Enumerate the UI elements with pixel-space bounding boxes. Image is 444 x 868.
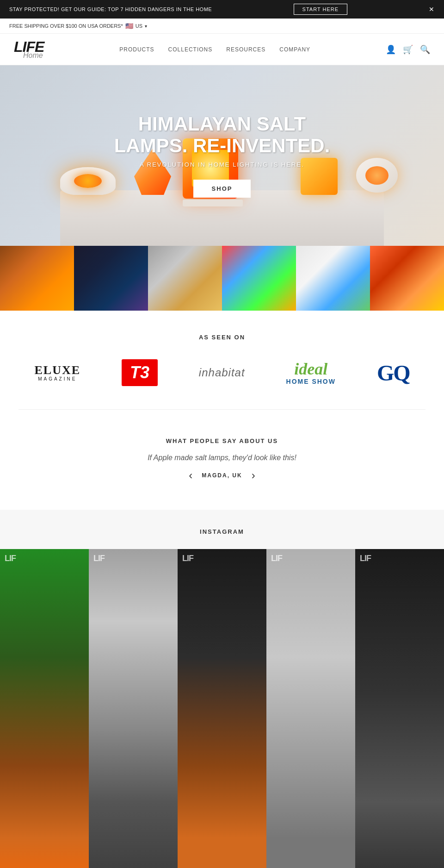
t3-logo: T3 bbox=[122, 359, 158, 386]
home-show-text: HOME SHOW bbox=[286, 378, 336, 385]
instagram-item-5[interactable]: LIF bbox=[355, 549, 444, 868]
ideal-home-show-logo: ideal HOME SHOW bbox=[286, 360, 336, 386]
strip-image-3 bbox=[148, 246, 222, 311]
nav-collections[interactable]: COLLECTIONS bbox=[168, 46, 213, 53]
strip-image-2 bbox=[74, 246, 148, 311]
strip-image-6 bbox=[370, 246, 444, 311]
nav-company[interactable]: COMPANY bbox=[279, 46, 310, 53]
start-here-button[interactable]: START HERE bbox=[294, 4, 347, 15]
shop-button[interactable]: SHOP bbox=[193, 180, 251, 198]
insta-brand-4: LIF bbox=[271, 554, 282, 563]
search-icon[interactable]: 🔍 bbox=[420, 44, 430, 55]
inhabitat-logo-text: inhabitat bbox=[199, 366, 245, 379]
strip-image-1 bbox=[0, 246, 74, 311]
strip-image-5 bbox=[296, 246, 370, 311]
shipping-bar: FREE SHIPPING OVER $100 ON USA ORDERS* 🇺… bbox=[0, 19, 444, 34]
gq-logo-text: GQ bbox=[377, 360, 410, 386]
eluxe-logo-text: ELUXE bbox=[34, 364, 80, 376]
instagram-item-3[interactable]: LIF bbox=[178, 549, 266, 868]
brand-logos-row: ELUXE MAGAZINE T3 inhabitat ideal HOME S… bbox=[18, 359, 426, 386]
nav-products[interactable]: PRODUCTS bbox=[119, 46, 154, 53]
flag-icon: 🇺🇸 bbox=[125, 22, 133, 30]
testimonial-quote: If Apple made salt lamps, they'd look li… bbox=[83, 454, 361, 462]
hero-content: HIMALAYAN SALT LAMPS. RE-INVENTED. A REV… bbox=[102, 113, 342, 197]
instagram-section: INSTAGRAM LIF LIF LIF LIF LIF bbox=[0, 510, 444, 868]
eluxe-sub-text: MAGAZINE bbox=[34, 376, 80, 381]
next-arrow[interactable]: › bbox=[252, 469, 255, 482]
image-strip bbox=[0, 246, 444, 311]
chevron-down-icon[interactable]: ▾ bbox=[145, 24, 147, 29]
eluxe-logo: ELUXE MAGAZINE bbox=[34, 364, 80, 381]
prev-arrow[interactable]: ‹ bbox=[189, 469, 192, 482]
hero-subheadline: A REVOLUTION IN HOME LIGHTING IS HERE. bbox=[102, 161, 342, 168]
cart-icon[interactable]: 🛒 bbox=[403, 44, 413, 55]
testimonial-author: MAGDA, UK bbox=[202, 472, 242, 479]
instagram-item-4[interactable]: LIF bbox=[266, 549, 355, 868]
testimonial-nav: ‹ MAGDA, UK › bbox=[18, 469, 426, 482]
user-icon[interactable]: 👤 bbox=[386, 44, 396, 55]
as-seen-on-section: AS SEEN ON ELUXE MAGAZINE T3 inhabitat i… bbox=[0, 311, 444, 409]
t3-logo-text: T3 bbox=[122, 359, 158, 386]
country-code: US bbox=[136, 23, 142, 29]
as-seen-on-heading: AS SEEN ON bbox=[18, 334, 426, 341]
hero-headline: HIMALAYAN SALT LAMPS. RE-INVENTED. bbox=[102, 113, 342, 156]
insta-brand-5: LIF bbox=[360, 554, 371, 563]
notification-bar: STAY PROTECTED! GET OUR GUIDE: TOP 7 HID… bbox=[0, 0, 444, 19]
logo[interactable]: LIFE Home bbox=[14, 39, 44, 59]
nav-resources[interactable]: RESOURCES bbox=[226, 46, 265, 53]
header: LIFE Home PRODUCTS COLLECTIONS RESOURCES… bbox=[0, 34, 444, 65]
main-nav: PRODUCTS COLLECTIONS RESOURCES COMPANY bbox=[119, 46, 310, 53]
gq-logo: GQ bbox=[377, 360, 410, 386]
insta-brand-3: LIF bbox=[182, 554, 193, 563]
testimonial-section: WHAT PEOPLE SAY ABOUT US If Apple made s… bbox=[0, 410, 444, 510]
close-icon[interactable]: ✕ bbox=[429, 6, 435, 13]
ideal-text: ideal bbox=[286, 360, 336, 379]
testimonial-heading: WHAT PEOPLE SAY ABOUT US bbox=[18, 437, 426, 444]
shipping-text: FREE SHIPPING OVER $100 ON USA ORDERS* bbox=[9, 23, 123, 29]
logo-home: Home bbox=[14, 52, 44, 59]
nav-icons: 👤 🛒 🔍 bbox=[386, 44, 430, 55]
strip-image-4 bbox=[222, 246, 296, 311]
instagram-heading: INSTAGRAM bbox=[0, 528, 444, 535]
instagram-item-2[interactable]: LIF bbox=[89, 549, 178, 868]
instagram-grid: LIF LIF LIF LIF LIF bbox=[0, 549, 444, 868]
instagram-item-1[interactable]: LIF bbox=[0, 549, 89, 868]
hero-section: HIMALAYAN SALT LAMPS. RE-INVENTED. A REV… bbox=[0, 65, 444, 246]
insta-brand-1: LIF bbox=[5, 554, 16, 563]
insta-brand-2: LIF bbox=[93, 554, 105, 563]
inhabitat-logo: inhabitat bbox=[199, 366, 245, 379]
notification-text: STAY PROTECTED! GET OUR GUIDE: TOP 7 HID… bbox=[9, 6, 212, 12]
